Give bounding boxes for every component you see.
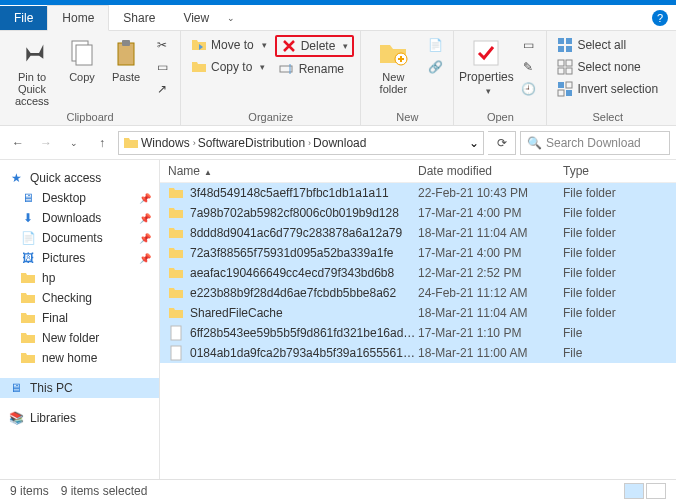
nav-newhome[interactable]: new home <box>0 348 159 368</box>
back-button[interactable]: ← <box>6 131 30 155</box>
nav-libraries[interactable]: 📚Libraries <box>0 408 159 428</box>
tab-file[interactable]: File <box>0 6 47 30</box>
nav-pictures[interactable]: 🖼Pictures📌 <box>0 248 159 268</box>
status-item-count: 9 items <box>10 484 49 498</box>
nav-thispc[interactable]: 🖥This PC <box>0 378 159 398</box>
svg-rect-15 <box>558 82 564 88</box>
star-icon: ★ <box>8 170 24 186</box>
file-type: File <box>563 326 643 340</box>
nav-quick-access[interactable]: ★Quick access <box>0 168 159 188</box>
file-name: 8ddd8d9041ac6d779c283878a6a12a79 <box>190 226 418 240</box>
crumb-swdist[interactable]: SoftwareDistribution› <box>198 136 311 150</box>
invert-selection-button[interactable]: Invert selection <box>553 79 662 99</box>
paste-shortcut-button[interactable]: ↗ <box>150 79 174 99</box>
search-placeholder: Search Download <box>546 136 641 150</box>
tab-home[interactable]: Home <box>47 5 109 31</box>
paste-button[interactable]: Paste <box>106 33 146 83</box>
status-bar: 9 items 9 items selected <box>0 479 676 501</box>
up-button[interactable]: ↑ <box>90 131 114 155</box>
file-date: 12-Mar-21 2:52 PM <box>418 266 563 280</box>
nav-hp[interactable]: hp <box>0 268 159 288</box>
nav-checking[interactable]: Checking <box>0 288 159 308</box>
crumb-windows[interactable]: Windows› <box>141 136 196 150</box>
tab-share[interactable]: Share <box>109 6 169 30</box>
file-type: File folder <box>563 226 643 240</box>
file-row[interactable]: e223b88b9f28d4d6ae7fcbdb5bbe8a6224-Feb-2… <box>160 283 676 303</box>
file-icon <box>168 325 184 341</box>
paste-label: Paste <box>112 71 140 83</box>
move-to-button[interactable]: Move to▾ <box>187 35 271 55</box>
file-type: File folder <box>563 286 643 300</box>
copy-path-button[interactable]: ▭ <box>150 57 174 77</box>
col-name[interactable]: Name▲ <box>168 164 418 178</box>
col-type[interactable]: Type <box>563 164 643 178</box>
recent-button[interactable]: ⌄ <box>62 131 86 155</box>
copy-to-icon <box>191 59 207 75</box>
open-button[interactable]: ▭ <box>516 35 540 55</box>
file-date: 17-Mar-21 4:00 PM <box>418 206 563 220</box>
file-row[interactable]: aeafac190466649cc4ecd79f343bd6b812-Mar-2… <box>160 263 676 283</box>
select-all-button[interactable]: Select all <box>553 35 662 55</box>
edit-button[interactable]: ✎ <box>516 57 540 77</box>
file-row[interactable]: 0184ab1da9fca2b793a4b5f39a1655561108...1… <box>160 343 676 363</box>
file-name: e223b88b9f28d4d6ae7fcbdb5bbe8a62 <box>190 286 418 300</box>
new-item-button[interactable]: 📄 <box>423 35 447 55</box>
path-dropdown-icon[interactable]: ⌄ <box>469 136 479 150</box>
open-icon: ▭ <box>520 37 536 53</box>
chevron-down-icon: ▾ <box>343 41 348 51</box>
col-date[interactable]: Date modified <box>418 164 563 178</box>
pin-label: Pin to Quick access <box>6 71 58 107</box>
easy-access-button[interactable]: 🔗 <box>423 57 447 77</box>
delete-x-icon <box>281 38 297 54</box>
delete-button[interactable]: Delete▾ <box>275 35 355 57</box>
file-row[interactable]: 3f48d549148c5aeff17bfbc1db1a1a1122-Feb-2… <box>160 183 676 203</box>
nav-desktop[interactable]: 🖥Desktop📌 <box>0 188 159 208</box>
ribbon-collapse-icon[interactable]: ⌄ <box>227 13 235 23</box>
file-type: File folder <box>563 306 643 320</box>
clipboard-small: ✂ ▭ ↗ <box>150 33 174 99</box>
copy-button[interactable]: Copy <box>62 33 102 83</box>
svg-rect-18 <box>566 90 572 96</box>
nav-final[interactable]: Final <box>0 308 159 328</box>
copy-to-button[interactable]: Copy to▾ <box>187 57 271 77</box>
svg-rect-11 <box>558 60 564 66</box>
properties-button[interactable]: Properties▾ <box>460 33 512 97</box>
search-box[interactable]: 🔍 Search Download <box>520 131 670 155</box>
cut-button[interactable]: ✂ <box>150 35 174 55</box>
scissors-icon: ✂ <box>154 37 170 53</box>
forward-button[interactable]: → <box>34 131 58 155</box>
file-date: 18-Mar-21 11:00 AM <box>418 346 563 360</box>
path-box[interactable]: Windows› SoftwareDistribution› Download … <box>118 131 484 155</box>
rows: 3f48d549148c5aeff17bfbc1db1a1a1122-Feb-2… <box>160 183 676 495</box>
file-row[interactable]: 72a3f88565f75931d095a52ba339a1fe17-Mar-2… <box>160 243 676 263</box>
nav-newfolder[interactable]: New folder <box>0 328 159 348</box>
caret-icon: › <box>193 138 196 148</box>
file-row[interactable]: SharedFileCache18-Mar-21 11:04 AMFile fo… <box>160 303 676 323</box>
nav-downloads[interactable]: ⬇Downloads📌 <box>0 208 159 228</box>
nav-documents[interactable]: 📄Documents📌 <box>0 228 159 248</box>
open-small: ▭ ✎ 🕘 <box>516 33 540 99</box>
select-none-button[interactable]: Select none <box>553 57 662 77</box>
refresh-button[interactable]: ⟳ <box>488 131 516 155</box>
rename-button[interactable]: Rename <box>275 59 355 79</box>
file-name: 7a98b702ab5982cf8006c0b019b9d128 <box>190 206 418 220</box>
file-date: 17-Mar-21 4:00 PM <box>418 246 563 260</box>
pin-quick-access-button[interactable]: Pin to Quick access <box>6 33 58 107</box>
file-row[interactable]: 8ddd8d9041ac6d779c283878a6a12a7918-Mar-2… <box>160 223 676 243</box>
file-date: 18-Mar-21 11:04 AM <box>418 306 563 320</box>
thumbnails-view-button[interactable] <box>646 483 666 499</box>
crumb-download[interactable]: Download <box>313 136 366 150</box>
svg-rect-17 <box>558 90 564 96</box>
history-button[interactable]: 🕘 <box>516 79 540 99</box>
file-type: File folder <box>563 206 643 220</box>
details-view-button[interactable] <box>624 483 644 499</box>
new-folder-button[interactable]: New folder <box>367 33 419 95</box>
desktop-icon: 🖥 <box>20 190 36 206</box>
help-icon[interactable]: ? <box>652 10 668 26</box>
tab-view[interactable]: View <box>169 6 223 30</box>
file-list: Name▲ Date modified Type 3f48d549148c5ae… <box>160 160 676 495</box>
file-row[interactable]: 7a98b702ab5982cf8006c0b019b9d12817-Mar-2… <box>160 203 676 223</box>
svg-rect-8 <box>566 38 572 44</box>
status-selected-count: 9 items selected <box>61 484 148 498</box>
file-row[interactable]: 6ff28b543ee59b5b5f9d861fd321be16adb8...1… <box>160 323 676 343</box>
